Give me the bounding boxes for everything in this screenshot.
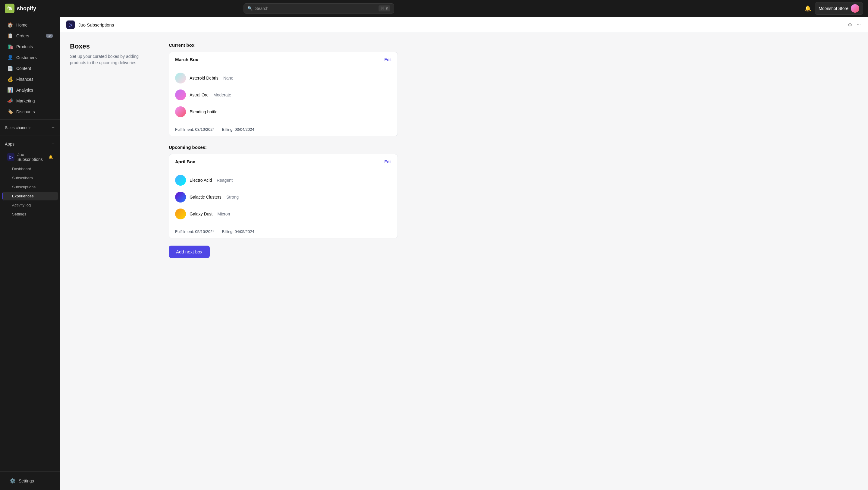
product-item-astral-ore: Astral Ore Moderate	[169, 87, 398, 103]
sidebar-item-discounts[interactable]: 🏷️ Discounts	[2, 106, 58, 117]
galactic-clusters-avatar	[175, 192, 186, 203]
sidebar-item-label: Marketing	[16, 98, 35, 103]
sidebar-item-marketing[interactable]: 📣 Marketing	[2, 95, 58, 106]
april-box-title: April Box	[175, 159, 195, 164]
march-box-footer: Fulfillment: 03/10/2024 Billing: 03/04/2…	[169, 123, 398, 136]
left-column: Boxes Set up your curated boxes by addin…	[70, 42, 154, 480]
sidebar-item-content[interactable]: 📄 Content	[2, 63, 58, 73]
settings-action-button[interactable]: ⚙	[846, 21, 853, 29]
sidebar-item-orders[interactable]: 📋 Orders 28	[2, 30, 58, 41]
sidebar-item-label: Products	[16, 44, 33, 49]
sidebar-item-juo-subscriptions[interactable]: ▷ Juo Subscriptions 🔔	[2, 150, 58, 164]
page-description: Set up your curated boxes by adding prod…	[70, 53, 154, 66]
shopify-bag-icon: 🛍	[5, 4, 14, 13]
main-content: ▷ Juo Subscriptions ⚙ ··· Boxes Set up y…	[60, 17, 868, 490]
product-item-asteroid-debris: Asteroid Debris Nano	[169, 70, 398, 87]
galaxy-dust-name: Galaxy Dust	[190, 212, 213, 216]
right-column: Current box March Box Edit Asteroid Debr…	[169, 42, 398, 480]
blending-bottle-name: Blending bottle	[190, 110, 218, 114]
product-item-galactic-clusters: Galactic Clusters Strong	[169, 189, 398, 206]
april-box-edit-button[interactable]: Edit	[384, 159, 392, 164]
sidebar-item-label: Discounts	[16, 110, 35, 114]
current-box-section-title: Current box	[169, 42, 398, 48]
add-sales-channel-button[interactable]: ＋	[51, 124, 56, 131]
search-icon: 🔍	[247, 6, 253, 11]
march-box-title: March Box	[175, 57, 198, 62]
sidebar-item-label: Home	[16, 23, 27, 27]
sidebar-item-label: Analytics	[16, 88, 33, 93]
sidebar-sub-item-experiences[interactable]: Experiences	[2, 192, 58, 201]
orders-badge: 28	[46, 34, 53, 38]
astral-ore-avatar	[175, 90, 186, 100]
sidebar-divider-2	[0, 135, 60, 136]
settings-label: Settings	[19, 479, 34, 483]
fulfillment-label: Fulfillment:	[175, 127, 195, 132]
fulfillment-label-april: Fulfillment:	[175, 229, 195, 234]
sidebar-divider-1	[0, 119, 60, 120]
page-title: Boxes	[70, 42, 154, 50]
sidebar-item-settings-main[interactable]: ⚙️ Settings	[5, 476, 56, 486]
sidebar-item-label: Orders	[16, 33, 29, 38]
experiences-label: Experiences	[12, 194, 34, 198]
product-item-electro-acid: Electro Acid Reagent	[169, 172, 398, 189]
sidebar-sub-item-settings[interactable]: Settings	[2, 210, 58, 218]
astral-ore-name: Astral Ore	[190, 93, 209, 97]
dashboard-label: Dashboard	[12, 167, 31, 171]
march-box-billing: Billing: 03/04/2024	[222, 127, 254, 132]
sidebar-nav: 🏠 Home 📋 Orders 28 🛍️ Products 👤 Custome…	[0, 17, 60, 471]
galactic-clusters-variant: Strong	[226, 195, 239, 200]
search-bar[interactable]: 🔍 Search ⌘ K	[244, 3, 394, 13]
topbar: 🛍 shopify 🔍 Search ⌘ K 🔔 Moonshot Store	[0, 0, 868, 17]
sidebar-item-customers[interactable]: 👤 Customers	[2, 52, 58, 63]
asteroid-debris-name: Asteroid Debris	[190, 75, 218, 81]
finances-icon: 💰	[7, 76, 13, 82]
sub-header-app-title: Juo Subscriptions	[79, 22, 114, 27]
apps-label: Apps	[5, 142, 14, 147]
sidebar-item-products[interactable]: 🛍️ Products	[2, 41, 58, 52]
search-placeholder-text: Search	[255, 6, 268, 11]
shopify-logo[interactable]: 🛍 shopify	[5, 4, 36, 13]
april-box-fulfillment: Fulfillment: 05/10/2024	[175, 229, 215, 234]
galaxy-dust-avatar	[175, 209, 186, 219]
april-box-product-list: Electro Acid Reagent Galactic Clusters S…	[169, 170, 398, 225]
home-icon: 🏠	[7, 22, 13, 28]
analytics-icon: 📊	[7, 87, 13, 93]
subscribers-label: Subscribers	[12, 176, 33, 180]
notification-bell-icon[interactable]: 🔔	[804, 5, 811, 12]
sidebar-item-analytics[interactable]: 📊 Analytics	[2, 85, 58, 95]
topbar-right: 🔔 Moonshot Store	[804, 2, 863, 15]
sidebar-sub-item-subscriptions[interactable]: Subscriptions	[2, 183, 58, 191]
notification-icon: 🔔	[49, 155, 53, 159]
settings-sub-label: Settings	[12, 212, 26, 216]
juo-app-icon: ▷	[7, 153, 14, 161]
add-app-button[interactable]: ＋	[51, 141, 56, 147]
april-box-card: April Box Edit Electro Acid Reagent Gala…	[169, 154, 398, 238]
april-box-header: April Box Edit	[169, 154, 398, 170]
upcoming-boxes-section-title: Upcoming boxes:	[169, 145, 398, 150]
product-item-blending-bottle: Blending bottle	[169, 103, 398, 120]
blending-bottle-avatar	[175, 106, 186, 117]
more-options-button[interactable]: ···	[856, 21, 862, 29]
galaxy-dust-variant: Micron	[217, 212, 230, 216]
billing-label: Billing:	[222, 127, 235, 132]
sidebar-sub-item-activity-log[interactable]: Activity log	[2, 201, 58, 209]
march-box-edit-button[interactable]: Edit	[384, 57, 392, 62]
sidebar-footer: ⚙️ Settings	[0, 471, 60, 490]
add-next-box-button[interactable]: Add next box	[169, 246, 210, 258]
sub-header-actions: ⚙ ···	[846, 21, 862, 29]
sales-channels-label: Sales channels	[5, 125, 31, 130]
sidebar-item-home[interactable]: 🏠 Home	[2, 20, 58, 30]
juo-subscriptions-label: Juo Subscriptions	[18, 152, 45, 162]
search-shortcut: ⌘ K	[378, 5, 390, 11]
sidebar-item-finances[interactable]: 💰 Finances	[2, 74, 58, 84]
electro-acid-variant: Reagent	[217, 178, 233, 183]
shopify-logo-text: shopify	[17, 5, 36, 12]
marketing-icon: 📣	[7, 98, 13, 104]
product-item-galaxy-dust: Galaxy Dust Micron	[169, 206, 398, 222]
sidebar-sub-item-subscribers[interactable]: Subscribers	[2, 174, 58, 182]
march-box-card: March Box Edit Asteroid Debris Nano Astr…	[169, 52, 398, 136]
orders-icon: 📋	[7, 33, 13, 38]
sidebar-sub-item-dashboard[interactable]: Dashboard	[2, 164, 58, 173]
store-selector-button[interactable]: Moonshot Store	[815, 2, 863, 15]
apps-section-header[interactable]: Apps ＋	[0, 138, 60, 150]
